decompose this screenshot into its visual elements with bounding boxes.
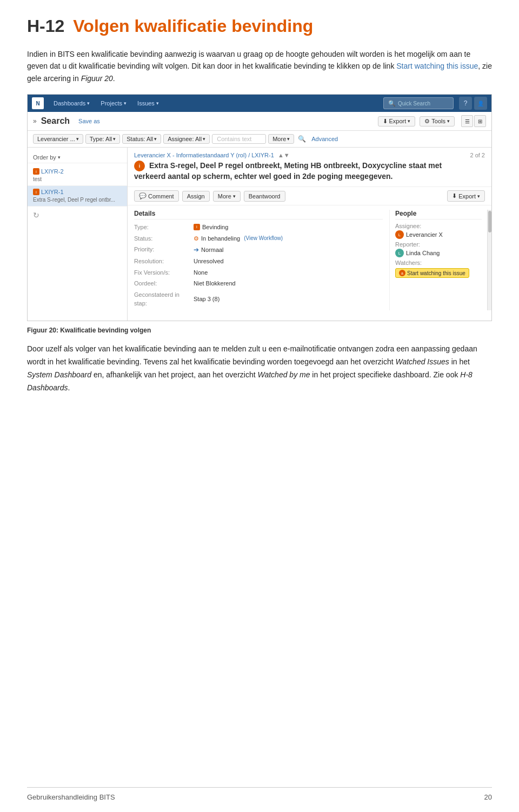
comment-button[interactable]: 💬 Comment <box>134 190 179 202</box>
detail-breadcrumb: 2 of 2 Leverancier X - Informatiestandaa… <box>134 152 485 158</box>
expand-icon[interactable]: » <box>33 117 37 125</box>
status-value: ⚙ In behandeling (View Workflow) <box>194 234 283 243</box>
issue-id-lxiyr2: i LXIYR-2 <box>33 168 122 175</box>
quick-search-bar[interactable]: 🔍 Quick Search <box>383 97 454 109</box>
issue-summary-lxiyr2: test <box>33 176 122 183</box>
assignee-name: L Leverancier X <box>395 230 482 239</box>
assignee-section: Assignee: L Leverancier X <box>395 223 482 239</box>
status-filter[interactable]: Status: All ▾ <box>122 134 161 144</box>
start-watching-button[interactable]: a Start watching this issue <box>395 268 469 278</box>
detail-export-button[interactable]: ⬇ Export ▾ <box>447 190 485 202</box>
geconstateerd-value: Stap 3 (8) <box>194 290 219 308</box>
footer-page-number: 20 <box>484 793 492 801</box>
refresh-icon[interactable]: ↻ <box>33 211 39 219</box>
priority-label: Priority: <box>134 245 194 255</box>
order-by-bar[interactable]: Order by ▾ <box>28 152 127 163</box>
type-value-icon: i <box>194 224 200 230</box>
leverancier-chevron-icon: ▾ <box>76 136 79 142</box>
status-label: Status: <box>134 234 194 243</box>
status-field-row: Status: ⚙ In behandeling (View Workflow) <box>134 234 383 243</box>
fix-version-field-row: Fix Version/s: None <box>134 268 383 277</box>
help-icon-btn[interactable]: ? <box>459 97 472 110</box>
nav-dashboards[interactable]: Dashboards ▾ <box>49 98 94 109</box>
type-field-row: Type: i Bevinding <box>134 223 383 232</box>
more-filter[interactable]: More ▾ <box>268 134 294 144</box>
advanced-link[interactable]: Advanced <box>311 136 338 142</box>
detail-export-icon: ⬇ <box>452 192 457 199</box>
search-icon: 🔍 <box>388 100 396 107</box>
nav-icons: ? 👤 <box>459 97 487 110</box>
reporter-label: Reporter: <box>395 241 482 248</box>
issue-item-lxiyr1[interactable]: i LXIYR-1 Extra S-regel, Deel P regel on… <box>28 186 127 207</box>
issue-id-lxiyr1: i LXIYR-1 <box>33 189 122 195</box>
issue-detail-panel: 2 of 2 Leverancier X - Informatiestandaa… <box>128 148 491 321</box>
order-by-chevron-icon: ▾ <box>58 155 61 160</box>
save-as-button[interactable]: Save as <box>76 117 102 125</box>
watchers-section: Watchers: a Start watching this issue <box>395 259 482 278</box>
intro-paragraph: Indien in BITS een kwalificatie bevindin… <box>27 48 492 84</box>
leverancier-filter[interactable]: Leverancier ... ▾ <box>33 134 83 144</box>
detail-fields-section: Details Type: i Bevinding Status: ⚙ In b… <box>128 210 390 310</box>
oordeel-field-row: Oordeel: Niet Blokkerend <box>134 279 383 288</box>
search-toolbar: » Search Save as ⬇ Export ▾ ⚙ Tools ▾ ☰ … <box>28 112 491 131</box>
geconstateerd-field-row: Geconstateerd in stap: Stap 3 (8) <box>134 290 383 308</box>
detail-view-button[interactable]: ⊞ <box>474 115 486 127</box>
issue-item-lxiyr2[interactable]: i LXIYR-2 test <box>28 165 127 186</box>
page-title-container: H-12 Volgen kwalificatie bevinding <box>27 16 492 36</box>
scrollbar[interactable] <box>487 210 491 310</box>
people-section-heading: People <box>395 210 482 219</box>
detail-body: Details Type: i Bevinding Status: ⚙ In b… <box>128 205 491 315</box>
detail-export-chevron-icon: ▾ <box>477 194 480 199</box>
list-view-button[interactable]: ☰ <box>461 115 473 127</box>
more-actions-button[interactable]: More ▾ <box>213 191 241 202</box>
assignee-filter[interactable]: Assignee: All ▾ <box>163 134 210 144</box>
reporter-section: Reporter: L Linda Chang <box>395 241 482 257</box>
projects-chevron-icon: ▾ <box>124 101 127 106</box>
export-chevron-icon: ▾ <box>408 118 410 124</box>
figure-caption: Figuur 20: Kwalificatie bevinding volgen <box>27 327 492 334</box>
assignee-label: Assignee: <box>395 223 482 229</box>
oordeel-label: Oordeel: <box>134 279 194 288</box>
breadcrumb-nav-icons: ▲▼ <box>278 152 290 158</box>
detail-count: 2 of 2 <box>470 152 485 158</box>
body-paragraph-1: Door uzelf als volger van het kwalificat… <box>27 343 492 394</box>
user-icon-btn[interactable]: 👤 <box>474 97 487 110</box>
contains-text-input[interactable]: Contains text <box>212 134 266 144</box>
type-label: Type: <box>134 223 194 232</box>
screenshot-figure: N Dashboards ▾ Projects ▾ Issues ▾ 🔍 Qui… <box>27 94 492 321</box>
assignee-avatar: L <box>395 230 404 239</box>
detail-actions-bar: 💬 Comment Assign More ▾ Beantwoord ⬇ Exp… <box>128 187 491 205</box>
filter-search-icon[interactable]: 🔍 <box>296 134 307 144</box>
view-workflow-link[interactable]: (View Workflow) <box>244 234 283 242</box>
breadcrumb-link[interactable]: Leverancier X - Informatiestandaard Y (r… <box>134 152 274 158</box>
footer-left-text: Gebruikershandleiding BITS <box>27 793 115 801</box>
jira-logo: N <box>32 97 44 109</box>
gear-icon: ⚙ <box>424 118 430 125</box>
resolution-label: Resolution: <box>134 257 194 266</box>
left-panel-footer: ↻ <box>28 207 127 224</box>
assign-button[interactable]: Assign <box>182 191 210 202</box>
start-watching-link[interactable]: Start watching this issue <box>396 62 478 70</box>
priority-value: ➔ Normaal <box>194 245 224 255</box>
type-chevron-icon: ▾ <box>113 136 116 142</box>
search-heading: Search <box>41 116 70 126</box>
scrollbar-thumb <box>488 211 491 232</box>
beantwoord-button[interactable]: Beantwoord <box>244 191 285 202</box>
detail-issue-title: i Extra S-regel, Deel P regel ontbreekt,… <box>134 161 485 182</box>
type-filter[interactable]: Type: All ▾ <box>85 134 121 144</box>
issue-type-icon-2: i <box>33 189 39 195</box>
issue-type-icon: i <box>33 168 39 175</box>
more-actions-chevron-icon: ▾ <box>233 194 236 199</box>
comment-icon: 💬 <box>139 192 147 199</box>
export-button[interactable]: ⬇ Export ▾ <box>378 116 416 127</box>
watch-avatar: a <box>399 270 405 276</box>
nav-issues[interactable]: Issues ▾ <box>133 98 163 109</box>
watchers-label: Watchers: <box>395 259 482 266</box>
resolution-value: Unresolved <box>194 257 224 266</box>
dashboards-chevron-icon: ▾ <box>87 101 90 106</box>
nav-projects[interactable]: Projects ▾ <box>96 98 131 109</box>
priority-field-row: Priority: ➔ Normaal <box>134 245 383 255</box>
details-section-heading: Details <box>134 210 383 219</box>
detail-header: 2 of 2 Leverancier X - Informatiestandaa… <box>128 148 491 187</box>
tools-button[interactable]: ⚙ Tools ▾ <box>420 116 455 127</box>
